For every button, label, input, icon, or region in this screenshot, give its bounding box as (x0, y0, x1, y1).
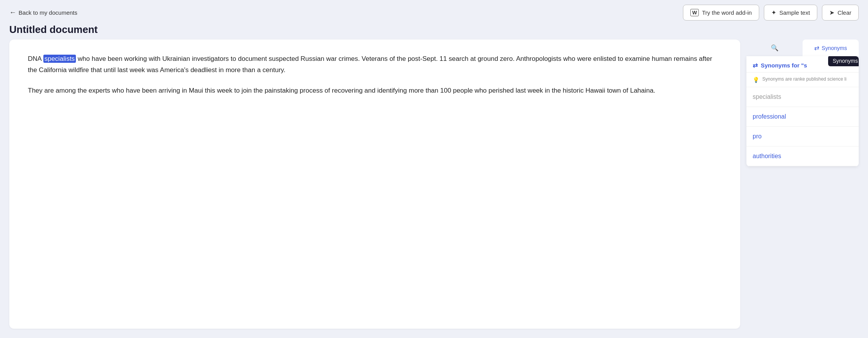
tab-search[interactable]: 🔍 (746, 40, 803, 56)
sample-text-label: Sample text (779, 9, 810, 16)
synonyms-title-text: Synonyms for "s (761, 62, 807, 69)
synonyms-title-icon: ⇄ (753, 62, 758, 69)
back-link-label: Back to my documents (19, 9, 77, 16)
synonym-item-pro[interactable]: pro (746, 127, 859, 147)
synonyms-panel: Synonyms ⇄ Synonyms for "s 💡 Synonyms ar… (746, 56, 859, 166)
synonym-item-authorities[interactable]: authorities (746, 147, 859, 166)
search-tab-icon: 🔍 (771, 44, 779, 52)
tab-synonyms[interactable]: ⇄ Synonyms (803, 40, 859, 56)
synonyms-sidebar: 🔍 ⇄ Synonyms Synonyms ⇄ Synonyms for "s … (746, 40, 859, 329)
paragraph-2: They are among the experts who have been… (28, 85, 722, 97)
sidebar-tabs: 🔍 ⇄ Synonyms (746, 40, 859, 56)
synonyms-info-text: Synonyms are ranke published science li (762, 76, 846, 82)
synonym-item-specialists[interactable]: specialists (746, 87, 859, 107)
synonym-label: authorities (753, 153, 781, 159)
toolbar-buttons: W Try the word add-in ✦ Sample text ➤ Cl… (683, 5, 859, 21)
synonyms-tab-icon: ⇄ (814, 44, 819, 52)
word-addin-button[interactable]: W Try the word add-in (683, 5, 759, 21)
top-bar: ← Back to my documents W Try the word ad… (0, 0, 868, 21)
clear-label: Clear (837, 9, 851, 16)
highlighted-word[interactable]: specialists (43, 55, 76, 63)
synonym-label: specialists (753, 93, 781, 100)
paragraph-1: DNA specialists who have been working wi… (28, 53, 722, 76)
editor-area[interactable]: DNA specialists who have been working wi… (9, 40, 740, 329)
clear-button[interactable]: ➤ Clear (822, 5, 859, 21)
paper-plane-icon: ➤ (829, 9, 834, 16)
synonym-item-professional[interactable]: professional (746, 107, 859, 127)
synonym-label: professional (753, 113, 786, 120)
synonyms-tooltip: Synonyms (828, 56, 859, 66)
back-link[interactable]: ← Back to my documents (9, 9, 77, 17)
word-icon: W (690, 9, 699, 16)
back-arrow-icon: ← (9, 9, 16, 17)
page-title: Untitled document (9, 24, 859, 36)
word-addin-label: Try the word add-in (702, 9, 752, 16)
main-content: DNA specialists who have been working wi… (0, 40, 868, 338)
tab-synonyms-label: Synonyms (822, 45, 847, 51)
synonym-label: pro (753, 133, 762, 140)
doc-title-bar: Untitled document (0, 21, 868, 40)
sample-text-button[interactable]: ✦ Sample text (764, 5, 817, 21)
star-icon: ✦ (771, 9, 776, 16)
bulb-icon: 💡 (753, 77, 759, 83)
synonyms-info: 💡 Synonyms are ranke published science l… (746, 72, 859, 87)
editor-text: DNA specialists who have been working wi… (28, 53, 722, 97)
